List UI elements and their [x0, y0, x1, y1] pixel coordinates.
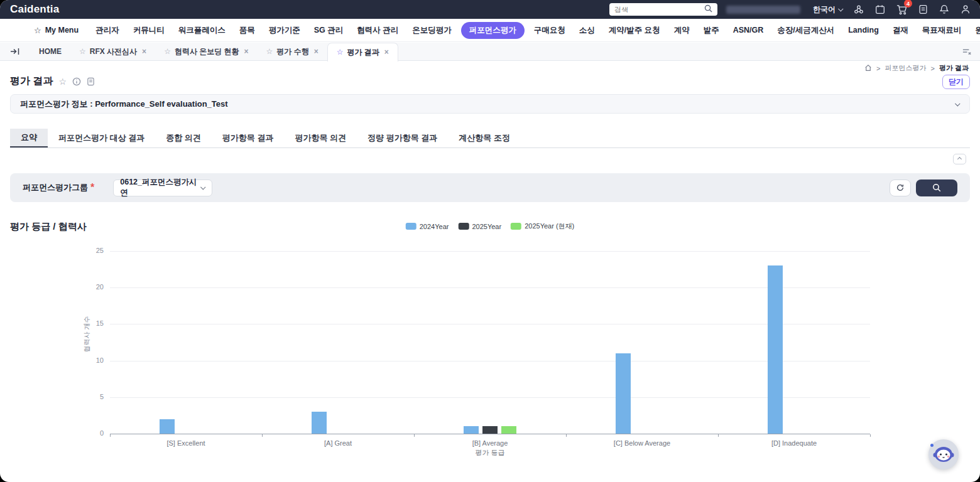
chatbot-button[interactable] — [928, 439, 959, 469]
content-tab-6[interactable]: 계산항목 조정 — [448, 129, 521, 147]
org-network-icon[interactable] — [853, 4, 864, 15]
home-icon[interactable] — [864, 64, 872, 73]
app-logo: Caidentia — [10, 3, 59, 16]
evaluation-group-select[interactable]: 0612_퍼포먼스평가시연 — [113, 179, 212, 196]
menu-item-14[interactable]: ASN/GR — [726, 26, 771, 35]
menu-items: 관리자커뮤니티워크플레이스품목평가기준SG 관리협력사 관리온보딩평가퍼포먼스평… — [89, 22, 980, 39]
breadcrumb-item[interactable]: 퍼포먼스평가 — [885, 63, 927, 73]
evaluation-info-text: 퍼포먼스평가 정보 : Performance_Self evaluation_… — [20, 99, 228, 110]
legend-item-1[interactable]: 2025Year — [458, 223, 501, 230]
global-search[interactable] — [609, 3, 717, 16]
tab-4[interactable]: ☆평가 결과× — [327, 43, 398, 62]
content-tab-0[interactable]: 요약 — [10, 129, 48, 147]
menu-item-12[interactable]: 계약 — [667, 25, 697, 36]
cart-icon[interactable]: 4 — [896, 4, 908, 15]
info-icon[interactable] — [72, 77, 81, 86]
filter-panel: 퍼포먼스평가그룹 * 0612_퍼포먼스평가시연 — [10, 173, 970, 202]
tab-3[interactable]: ☆평가 수행× — [258, 43, 327, 61]
menu-item-16[interactable]: Landing — [841, 26, 886, 35]
tab-label: 협력사 온보딩 현황 — [175, 46, 239, 57]
my-menu-label: My Menu — [45, 26, 79, 35]
breadcrumb: > 퍼포먼스평가 > 평가 결과 — [864, 63, 969, 73]
close-page-button[interactable]: 닫기 — [942, 75, 970, 89]
content-tab-1[interactable]: 퍼포먼스평가 대상 결과 — [48, 129, 155, 147]
menu-item-18[interactable]: 목표재료비 — [915, 25, 969, 36]
language-selector[interactable]: 한국어 — [813, 4, 843, 15]
gridline — [110, 397, 870, 398]
chevron-up-icon — [957, 157, 962, 161]
x-category-label: [C] Below Average — [566, 439, 718, 447]
x-tick-mark — [566, 434, 567, 437]
menu-item-1[interactable]: 커뮤니티 — [126, 25, 172, 36]
menu-item-7[interactable]: 온보딩평가 — [405, 25, 459, 36]
menu-item-0[interactable]: 관리자 — [89, 25, 126, 36]
bar-2025Year (현재)-[B] Average[interactable] — [501, 426, 516, 434]
menu-item-9[interactable]: 구매요청 — [527, 25, 572, 36]
breadcrumb-separator: > — [931, 65, 935, 72]
bar-2024Year-[B] Average[interactable] — [464, 426, 479, 434]
star-icon: ☆ — [266, 47, 273, 56]
close-icon[interactable]: × — [384, 48, 389, 56]
menu-item-5[interactable]: SG 관리 — [307, 25, 351, 36]
refresh-button[interactable] — [890, 179, 911, 196]
calendar-icon[interactable] — [874, 4, 886, 15]
user-icon[interactable] — [960, 4, 971, 15]
menu-item-8[interactable]: 퍼포먼스평가 — [461, 22, 525, 39]
gridline — [110, 361, 870, 362]
tab-label: 평가 수행 — [276, 46, 308, 57]
cart-badge: 4 — [904, 0, 912, 8]
page-title: 평가 결과 — [10, 75, 53, 88]
menu-item-6[interactable]: 협력사 관리 — [350, 25, 405, 36]
star-icon: ☆ — [79, 47, 86, 56]
bar-2024Year-[C] Below Average[interactable] — [616, 353, 631, 434]
bell-icon[interactable] — [939, 4, 950, 15]
evaluation-group-value: 0612_퍼포먼스평가시연 — [120, 177, 202, 198]
menu-item-11[interactable]: 계약/발주 요청 — [602, 25, 667, 36]
y-tick-label: 25 — [86, 247, 104, 254]
tab-2[interactable]: ☆협력사 온보딩 현황× — [155, 43, 257, 61]
content-tab-4[interactable]: 평가항목 의견 — [284, 129, 357, 147]
content-tab-2[interactable]: 종합 의견 — [155, 129, 212, 147]
pin-tab-icon[interactable] — [10, 47, 20, 56]
legend-item-0[interactable]: 2024Year — [406, 223, 449, 230]
collapse-panel-button[interactable] — [953, 154, 966, 164]
note-icon[interactable] — [918, 4, 928, 15]
tab-1[interactable]: ☆RFX 사전심사× — [70, 43, 155, 61]
close-icon[interactable]: × — [314, 47, 318, 56]
menu-item-2[interactable]: 워크플레이스 — [172, 25, 232, 36]
bar-2024Year-[A] Great[interactable] — [312, 412, 327, 434]
star-icon: ☆ — [34, 26, 41, 35]
close-icon[interactable]: × — [142, 47, 146, 56]
open-tabs-bar: HOME☆RFX 사전심사×☆협력사 온보딩 현황×☆평가 수행×☆평가 결과× — [0, 43, 980, 61]
search-input[interactable] — [614, 6, 704, 13]
print-icon[interactable] — [87, 77, 95, 86]
chevron-down-icon[interactable] — [955, 101, 960, 106]
close-all-tabs-icon[interactable] — [962, 47, 972, 56]
bar-2024Year-[D] Inadequate[interactable] — [768, 265, 783, 434]
bar-2025Year-[B] Average[interactable] — [482, 426, 498, 434]
my-menu-button[interactable]: ☆ My Menu — [34, 26, 79, 35]
page-title-row: 평가 결과 ☆ — [10, 75, 95, 88]
menu-item-13[interactable]: 발주 — [697, 25, 726, 36]
evaluation-info-bar[interactable]: 퍼포먼스평가 정보 : Performance_Self evaluation_… — [10, 94, 970, 114]
menu-item-19[interactable]: 원가산정 — [968, 25, 980, 36]
legend-item-2[interactable]: 2025Year (현재) — [511, 222, 574, 231]
topbar-right-cluster: 한국어 4 — [609, 3, 971, 16]
filter-search-button[interactable] — [916, 179, 957, 196]
close-icon[interactable]: × — [244, 47, 249, 56]
search-icon[interactable] — [704, 4, 712, 15]
x-category-label: [S] Excellent — [110, 439, 262, 447]
gridline — [110, 251, 870, 252]
tab-0[interactable]: HOME — [30, 43, 70, 61]
content-tab-5[interactable]: 정량 평가항목 결과 — [357, 129, 448, 147]
y-tick-label: 15 — [86, 319, 104, 327]
favorite-star-icon[interactable]: ☆ — [58, 77, 67, 87]
menu-item-10[interactable]: 소싱 — [572, 25, 602, 36]
menu-item-4[interactable]: 평가기준 — [262, 25, 307, 36]
menu-item-3[interactable]: 품목 — [232, 25, 262, 36]
legend-label: 2024Year — [420, 223, 449, 230]
bar-2024Year-[S] Excellent[interactable] — [160, 419, 175, 434]
menu-item-17[interactable]: 결재 — [886, 25, 915, 36]
menu-item-15[interactable]: 송장/세금계산서 — [770, 25, 841, 36]
content-tab-3[interactable]: 평가항목 결과 — [212, 129, 285, 147]
